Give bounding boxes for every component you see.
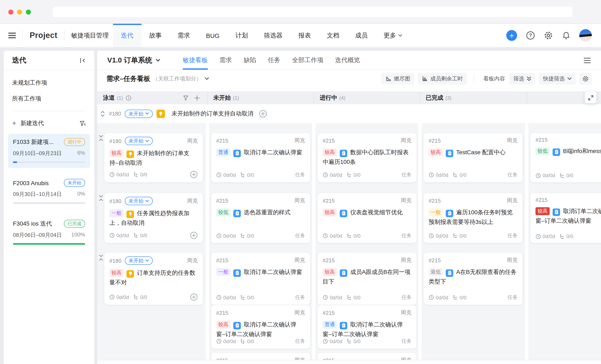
- filter-iterations-icon[interactable]: [79, 120, 86, 127]
- nav-tab-7[interactable]: 报表: [290, 24, 319, 47]
- new-iteration-button[interactable]: 新建迭代: [20, 120, 44, 127]
- card-assignee: 周克: [401, 309, 411, 316]
- info-icon[interactable]: [125, 95, 131, 101]
- kanban-card[interactable]: #215 周克 较高TestCase 配置中心 0d/0d 0/0 任务: [424, 133, 522, 182]
- workload-indicator: 0d/0d: [535, 233, 555, 239]
- task-icon: [446, 150, 453, 157]
- close-window-button[interactable]: [8, 10, 13, 15]
- kanban-card[interactable]: #215 周克 较高取消订单二次确认弹窗–订单二次确认弹窗 0d/0d 0/0 …: [211, 305, 310, 349]
- sidebar-title: 迭代: [12, 56, 26, 65]
- horizontal-scrollbar-track[interactable]: [97, 360, 601, 364]
- avatar[interactable]: [579, 29, 592, 42]
- collapse-swimlane-icon[interactable]: [99, 135, 103, 141]
- priority-badge: 一般: [109, 209, 123, 217]
- address-bar[interactable]: [53, 7, 572, 17]
- gear-icon[interactable]: [544, 31, 553, 40]
- story-icon: [157, 109, 165, 118]
- hamburger-menu-icon[interactable]: [8, 24, 16, 47]
- kanban-card[interactable]: #215 周克 较高数据中心团队工时报表中遍历100条 0d/0d 0/0 任务: [318, 133, 417, 182]
- workload-indicator: 0d/0d: [216, 338, 236, 344]
- nav-tab-2[interactable]: 故事: [141, 24, 170, 47]
- nav-tab-5[interactable]: 计划: [228, 24, 256, 47]
- fullscreen-expand-button[interactable]: [585, 92, 596, 103]
- kanban-card[interactable]: #215 周克 普通取消订单二次确认弹窗 0d/0d 0/0 任务: [211, 133, 310, 182]
- minimize-window-button[interactable]: [17, 10, 22, 15]
- add-swimlane-icon[interactable]: [194, 95, 200, 101]
- kanban-card[interactable]: #180 未开始 周克 较高订单支持历史的任务数量不对 0d/0d 0/0: [104, 253, 203, 305]
- nav-tab-8[interactable]: 文档: [319, 24, 347, 47]
- subtree-icon: [452, 172, 458, 178]
- create-button[interactable]: +: [506, 30, 517, 41]
- swimlane-status-pill[interactable]: 未开始: [125, 109, 153, 118]
- board-tabs: 敏捷看板需求缺陷任务全部工作项迭代概览: [177, 51, 366, 70]
- sidebar-item-all-items[interactable]: 所有工作项: [4, 91, 94, 107]
- collapse-sidebar-icon[interactable]: [79, 57, 86, 64]
- collapse-swimlane-icon[interactable]: [99, 195, 103, 201]
- kanban-card[interactable]: #215 较高取消订单二次确认弹窗–订单二次确认弹窗 0d/0d 0/0: [531, 193, 601, 243]
- column-header-row: 泳道(1): [97, 91, 601, 104]
- nav-tab-9[interactable]: 成员: [347, 24, 376, 47]
- kanban-card[interactable]: #215 周克 较高仪表盘视觉细节优化 0d/0d 0/0 任务: [318, 193, 417, 243]
- card-id: #180: [109, 138, 121, 144]
- filter-button[interactable]: 筛选: [509, 73, 535, 85]
- top-navigation: Project 敏捷项目管理 迭代故事需求BUG计划筛选器报表文档成员更多 + …: [0, 24, 601, 47]
- clock-icon: [429, 233, 434, 239]
- sidebar-item-unplanned[interactable]: 未规划工作项: [4, 75, 94, 91]
- card-id: #215: [535, 137, 548, 143]
- nav-tab-10[interactable]: 更多: [376, 24, 410, 47]
- card-status-pill[interactable]: 未开始: [125, 137, 153, 145]
- drag-reorder-icon[interactable]: [100, 110, 105, 117]
- card-type-label: 任务: [401, 338, 411, 345]
- card-status-pill[interactable]: 未开始: [125, 197, 153, 205]
- board-tab-3[interactable]: 缺陷: [238, 51, 262, 70]
- kanban-card[interactable]: #215 较低B端info和messag 0d/0d 0/0: [531, 133, 601, 182]
- kanban-card[interactable]: #180 未开始 周克 较高未开始制作的订单支持–自动取消 0d/0d 0/0: [104, 133, 203, 182]
- priority-badge: 较高: [109, 269, 123, 277]
- add-subtask-icon[interactable]: [190, 171, 198, 178]
- bell-icon[interactable]: [562, 31, 571, 40]
- kanban-card[interactable]: #215 周克 较低选色器重置的样式 0d/0d 0/0 任务: [211, 193, 310, 243]
- add-subtask-icon[interactable]: [190, 231, 198, 239]
- burndown-button[interactable]: 燃尽图: [381, 73, 414, 85]
- project-switcher[interactable]: V1.0 订单系统: [107, 51, 160, 70]
- member-hours-button[interactable]: 成员剩余工时: [418, 73, 467, 85]
- task-icon: [233, 269, 241, 277]
- chevron-down-icon[interactable]: [204, 77, 209, 80]
- board-settings-button[interactable]: [579, 73, 592, 85]
- nav-tab-1[interactable]: 迭代: [113, 24, 141, 47]
- iteration-card-f2003[interactable]: F2003 Anubis未开始 09月30日–10月14日0%: [8, 175, 90, 209]
- maximize-window-button[interactable]: [26, 10, 31, 15]
- help-icon[interactable]: ?: [526, 31, 535, 40]
- kanban-card[interactable]: #215 周克 较高成员A跟成员B在同一项目下 0d/0d 0/0 任务: [318, 253, 417, 305]
- card-id: #215: [429, 197, 441, 204]
- board-tab-1[interactable]: 敏捷看板: [177, 51, 213, 70]
- board-tab-6[interactable]: 迭代概览: [329, 51, 366, 70]
- subtree-icon: [346, 233, 352, 239]
- nav-tab-6[interactable]: 筛选器: [256, 24, 290, 47]
- add-work-item-icon[interactable]: [259, 109, 267, 118]
- card-status-pill[interactable]: 未开始: [125, 256, 153, 265]
- board-tab-4[interactable]: 任务: [262, 51, 286, 70]
- quick-filter-button[interactable]: 快捷筛选: [539, 73, 576, 85]
- iteration-card-f3045[interactable]: F3045 ios 迭代已完成 08月06日–09月04日100%: [8, 216, 90, 250]
- subtask-indicator: 0/0: [133, 232, 147, 238]
- board-tab-5[interactable]: 全部工作项: [286, 51, 329, 70]
- kanban-card[interactable]: #215 周克 一般取消订单二次确认弹窗 0d/0d 0/0 任务: [211, 253, 310, 305]
- nav-tab-4[interactable]: BUG: [198, 24, 228, 47]
- task-icon: [340, 269, 347, 277]
- collapse-swimlane-icon[interactable]: [99, 254, 103, 261]
- swimlane-title[interactable]: 未开始制作的订单支持自动取消: [171, 110, 253, 117]
- kanban-card[interactable]: #215 周克 一般遍历100条任务时预览预制报表需要等待3s以上 0d/0d …: [424, 193, 522, 243]
- priority-badge: 较低: [216, 209, 230, 216]
- add-subtask-icon[interactable]: [190, 293, 198, 301]
- card-assignee: 周克: [294, 137, 305, 144]
- view-list-icon[interactable]: [583, 57, 591, 64]
- iteration-card-f1033[interactable]: F1033 新建项...进行中 09月10日–09月23日6%: [8, 134, 90, 168]
- kanban-card[interactable]: #215 周克 最低A在B无权限查看的任务类型下 0d/0d 0/0 任务: [424, 253, 522, 305]
- nav-tab-3[interactable]: 需求: [170, 24, 198, 47]
- kanban-card[interactable]: #215 周克 普通取消订单二次确认弹窗–订单二次确认弹窗 0d/0d 0/0 …: [318, 305, 417, 349]
- nav-item-agile-management[interactable]: 敏捷项目管理: [71, 31, 109, 39]
- kanban-card[interactable]: #180 未开始 周克 一般任务属性趋势报表加上，自动取消 0d/0d 0/0: [104, 193, 203, 243]
- swimlane-filter-icon[interactable]: [183, 95, 189, 101]
- board-tab-2[interactable]: 需求: [213, 51, 238, 70]
